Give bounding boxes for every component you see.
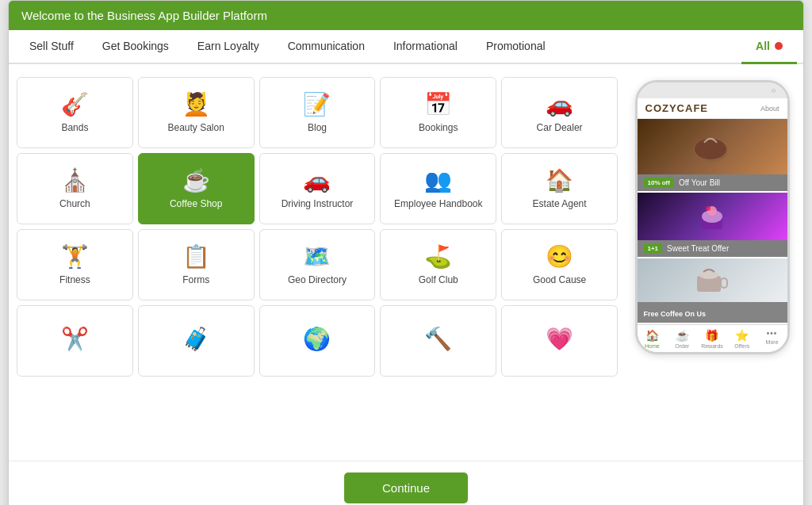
estate-agent-icon: 🏠 [546, 170, 573, 192]
phone-nav-home-label: Home [645, 343, 660, 349]
phone-nav-rewards[interactable]: 🎁 Rewards [697, 325, 727, 352]
phone-top-bar: ○ [638, 82, 787, 98]
bookings-icon: 📅 [424, 94, 452, 116]
svg-rect-7 [721, 278, 727, 288]
gavel-icon: 🔨 [424, 328, 452, 350]
order-icon: ☕ [676, 329, 689, 342]
globe-icon: 🌍 [303, 328, 331, 350]
geo-directory-icon: 🗺️ [303, 246, 331, 268]
phone-nav-more[interactable]: ••• More [757, 325, 787, 352]
grid-item-luggage[interactable]: 🧳 [138, 305, 255, 377]
tab-communication[interactable]: Communication [274, 30, 379, 64]
offers-icon: ⭐ [735, 329, 749, 342]
cupcake-icon [692, 199, 732, 235]
grid-scroll[interactable]: 🎸Bands💆Beauty Salon📝Blog📅Bookings🚗Car De… [17, 72, 621, 381]
phone-header: COZYCAFE About [638, 98, 787, 119]
promo-cupcake-bg [638, 193, 787, 240]
svg-point-1 [695, 139, 726, 159]
bookings-label: Bookings [419, 122, 458, 135]
promo1-bar: 10% off Off Your Bill [638, 174, 787, 191]
main-content: 🎸Bands💆Beauty Salon📝Blog📅Bookings🚗Car De… [9, 64, 803, 461]
phone-app-title: COZYCAFE [645, 102, 709, 114]
grid-item-gavel[interactable]: 🔨 [380, 305, 496, 377]
grid-item-employee-handbook[interactable]: 👥Employee Handbook [380, 153, 496, 224]
grid-item-car-dealer[interactable]: 🚗Car Dealer [501, 77, 618, 148]
footer-bar: Continue [9, 461, 803, 505]
phone-nav-offers[interactable]: ⭐ Offers [727, 325, 757, 352]
bands-icon: 🎸 [61, 94, 89, 116]
phone-about-label: About [760, 105, 779, 113]
phone-bottom-nav: 🏠 Home ☕ Order 🎁 Rewards ⭐ Offers [638, 324, 787, 352]
tab-earn-loyalty[interactable]: Earn Loyalty [183, 30, 274, 64]
grid-item-driving-instructor[interactable]: 🚗Driving Instructor [259, 153, 376, 224]
coffee-icon [688, 127, 736, 166]
grid-item-geo-directory[interactable]: 🗺️Geo Directory [259, 229, 376, 300]
promo1-badge: 10% off [644, 178, 674, 188]
home-icon: 🏠 [645, 329, 659, 342]
free-coffee-icon [691, 264, 734, 297]
fitness-icon: 🏋️ [61, 246, 89, 268]
golf-club-icon: ⛳ [424, 246, 452, 268]
phone-nav-home[interactable]: 🏠 Home [638, 325, 668, 352]
grid-item-church[interactable]: ⛪Church [17, 153, 133, 224]
promo-item-2: 1+1 Sweet Treat Offer [638, 193, 787, 257]
grid-item-bands[interactable]: 🎸Bands [17, 77, 133, 148]
items-grid: 🎸Bands💆Beauty Salon📝Blog📅Bookings🚗Car De… [17, 72, 618, 381]
employee-handbook-label: Employee Handbook [394, 198, 482, 211]
phone-nav-order-label: Order [675, 343, 689, 349]
svg-point-5 [706, 206, 710, 211]
forms-icon: 📋 [182, 246, 210, 268]
tab-sell-stuff[interactable]: Sell Stuff [15, 30, 88, 64]
continue-button[interactable]: Continue [344, 472, 468, 503]
promo2-bar: 1+1 Sweet Treat Offer [638, 240, 787, 257]
grid-item-estate-agent[interactable]: 🏠Estate Agent [501, 153, 618, 224]
grid-item-globe[interactable]: 🌍 [259, 305, 376, 377]
good-cause-label: Good Cause [533, 274, 586, 287]
grid-item-blog[interactable]: 📝Blog [259, 77, 376, 148]
car-dealer-label: Car Dealer [537, 122, 583, 135]
promo-coffee-bg [638, 119, 787, 174]
grid-item-golf-club[interactable]: ⛳Golf Club [380, 229, 496, 300]
phone-nav-order[interactable]: ☕ Order [667, 325, 697, 352]
promo-item-3: Free Coffee On Us [638, 258, 787, 323]
tab-informational[interactable]: Informational [379, 30, 472, 64]
good-cause-icon: 😊 [546, 246, 573, 268]
grid-item-good-cause[interactable]: 😊Good Cause [501, 229, 618, 300]
estate-agent-label: Estate Agent [533, 198, 587, 211]
phone-nav-rewards-label: Rewards [701, 343, 723, 349]
svg-point-8 [699, 271, 718, 279]
phone-frame: ○ COZYCAFE About [635, 80, 790, 354]
app-window: Welcome to the Business App Builder Plat… [8, 0, 804, 505]
phone-nav-more-label: More [766, 339, 779, 345]
phone-nav-offers-label: Offers [734, 343, 749, 349]
golf-club-label: Golf Club [419, 274, 458, 287]
grid-item-bookings[interactable]: 📅Bookings [380, 77, 496, 148]
blog-label: Blog [308, 122, 327, 135]
heart-icon: 💗 [546, 328, 573, 350]
window-title: Welcome to the Business App Builder Plat… [21, 9, 267, 22]
promo1-text: Off Your Bill [679, 178, 720, 187]
beauty-salon-label: Beauty Salon [168, 122, 224, 135]
car-dealer-icon: 🚗 [546, 94, 573, 116]
fitness-label: Fitness [59, 274, 90, 287]
grid-item-heart[interactable]: 💗 [501, 305, 618, 377]
grid-item-coffee-shop[interactable]: ☕Coffee Shop [138, 153, 255, 224]
blog-icon: 📝 [303, 94, 331, 116]
promo2-badge: 1+1 [644, 243, 663, 254]
tab-all[interactable]: All [741, 30, 797, 64]
promo-freecoffee-bg [638, 258, 787, 302]
tab-get-bookings[interactable]: Get Bookings [88, 30, 183, 64]
grid-item-forms[interactable]: 📋Forms [138, 229, 255, 300]
grid-item-scissors[interactable]: ✂️ [17, 305, 133, 377]
tabs-bar: Sell Stuff Get Bookings Earn Loyalty Com… [9, 30, 803, 64]
promo-item-1: 10% off Off Your Bill [638, 119, 787, 191]
beauty-salon-icon: 💆 [182, 94, 210, 116]
tab-promotional[interactable]: Promotional [472, 30, 560, 64]
scissors-icon: ✂️ [61, 328, 89, 350]
forms-label: Forms [182, 274, 209, 287]
phone-preview: ○ COZYCAFE About [629, 72, 795, 453]
grid-item-beauty-salon[interactable]: 💆Beauty Salon [138, 77, 255, 148]
tab-all-label: All [756, 40, 770, 52]
luggage-icon: 🧳 [182, 328, 210, 350]
grid-item-fitness[interactable]: 🏋️Fitness [17, 229, 133, 300]
